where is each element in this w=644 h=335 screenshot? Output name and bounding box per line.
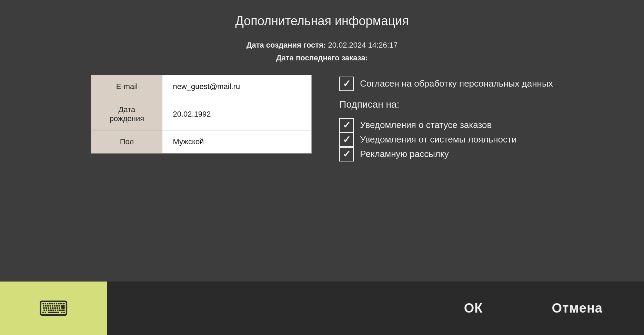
subscription-checkbox[interactable] <box>339 147 354 161</box>
subscription-item[interactable]: Уведомления от системы лояльности <box>339 132 553 147</box>
subscriptions-list: Уведомления о статусе заказов Уведомлени… <box>339 118 553 161</box>
subscriptions-title: Подписан на: <box>339 99 553 110</box>
creation-date-line: Дата создания гостя: 20.02.2024 14:26:17 <box>246 39 398 51</box>
table-label-cell: Пол <box>91 130 162 153</box>
table-row: Дата рождения 20.02.1992 <box>91 98 312 130</box>
subscription-checkbox[interactable] <box>339 132 354 147</box>
checkboxes-section: Согласен на обработку персональных данны… <box>339 75 553 161</box>
table-value-cell: 20.02.1992 <box>162 98 312 130</box>
subscription-label: Уведомления о статусе заказов <box>360 120 492 130</box>
main-content: Дополнительная информация Дата создания … <box>0 0 644 282</box>
subscription-item[interactable]: Рекламную рассылку <box>339 147 553 161</box>
cancel-button[interactable]: Отмена <box>552 301 603 316</box>
ok-button[interactable]: ОК <box>464 301 483 316</box>
last-order-line: Дата последнего заказа: <box>246 51 398 64</box>
table-label-cell: Дата рождения <box>91 98 162 130</box>
creation-date-label: Дата создания гостя: <box>246 41 326 49</box>
last-order-label: Дата последнего заказа: <box>276 53 368 62</box>
subscription-item[interactable]: Уведомления о статусе заказов <box>339 118 553 132</box>
keyboard-icon: ⌨ <box>39 296 69 321</box>
subscription-label: Рекламную рассылку <box>360 149 449 159</box>
creation-date-value: 20.02.2024 14:26:17 <box>328 41 398 49</box>
page-title: Дополнительная информация <box>235 14 409 28</box>
info-table: E-mail new_guest@mail.ru Дата рождения 2… <box>91 75 312 154</box>
center-panel: E-mail new_guest@mail.ru Дата рождения 2… <box>28 75 616 161</box>
consent-label: Согласен на обработку персональных данны… <box>360 78 553 89</box>
consent-checkbox-item[interactable]: Согласен на обработку персональных данны… <box>339 77 553 91</box>
subscription-label: Уведомления от системы лояльности <box>360 134 516 145</box>
consent-checkbox[interactable] <box>339 77 354 91</box>
table-row: Пол Мужской <box>91 130 312 153</box>
dates-section: Дата создания гостя: 20.02.2024 14:26:17… <box>246 39 398 65</box>
footer-actions: ОК Отмена <box>107 282 644 335</box>
keyboard-button[interactable]: ⌨ <box>0 282 107 335</box>
table-value-cell: Мужской <box>162 130 312 153</box>
table-value-cell: new_guest@mail.ru <box>162 75 312 98</box>
table-label-cell: E-mail <box>91 75 162 98</box>
subscription-checkbox[interactable] <box>339 118 354 132</box>
footer: ⌨ ОК Отмена <box>0 282 644 335</box>
table-row: E-mail new_guest@mail.ru <box>91 75 312 98</box>
